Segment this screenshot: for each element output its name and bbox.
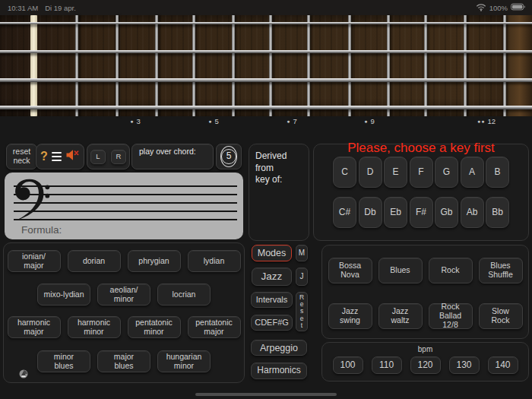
- battery-icon: [511, 3, 526, 12]
- rhythm-button-bossa-nova[interactable]: Bossa Nova: [328, 258, 372, 283]
- reset-neck-button[interactable]: reset neck: [6, 144, 37, 169]
- bpm-button-110[interactable]: 110: [372, 356, 402, 374]
- menu-icon[interactable]: [52, 152, 62, 162]
- fret-wire: [424, 15, 427, 116]
- fret-marker-row: ●3●5●7●9●●12: [0, 116, 532, 128]
- bass-string[interactable]: [0, 50, 532, 53]
- key-button-Fsharp[interactable]: F#: [410, 197, 433, 228]
- fret-wire: [387, 15, 390, 116]
- key-button-G[interactable]: G: [435, 157, 458, 188]
- m-button[interactable]: M: [296, 245, 308, 261]
- scale-button-hungarian-minor[interactable]: hungarian minor: [157, 350, 211, 372]
- key-button-Bb[interactable]: Bb: [486, 197, 509, 228]
- rhythm-button-blues[interactable]: Blues: [378, 258, 423, 283]
- scale-button-mixo-lydian[interactable]: mixo-lydian: [37, 283, 90, 306]
- bpm-button-130[interactable]: 130: [449, 356, 480, 374]
- scale-button-phrygian[interactable]: phrygian: [128, 250, 181, 272]
- fret-wire: [348, 15, 351, 116]
- intervals-button[interactable]: Intervals: [251, 292, 293, 308]
- key-button-D[interactable]: D: [359, 157, 382, 188]
- left-hand-button[interactable]: L: [90, 150, 106, 164]
- battery-percent: 100%: [489, 4, 508, 12]
- home-indicator[interactable]: [195, 393, 337, 396]
- fret-wire: [116, 15, 119, 116]
- bpm-button-140[interactable]: 140: [488, 356, 518, 374]
- key-button-B[interactable]: B: [486, 157, 509, 188]
- fret-marker-dot: ●●: [477, 119, 485, 124]
- key-button-Gb[interactable]: Gb: [435, 197, 458, 228]
- fretboard[interactable]: [0, 15, 532, 116]
- j-button[interactable]: J: [296, 268, 308, 286]
- rhythm-button-blues-shuffle[interactable]: Blues Shuffle: [479, 258, 523, 283]
- scale-button-locrian[interactable]: locrian: [157, 283, 211, 306]
- fret-wire: [269, 15, 272, 116]
- right-hand-button[interactable]: R: [111, 150, 126, 164]
- scale-row: minor bluesmajor blueshungarian minor: [4, 350, 244, 372]
- scale-button-lydian[interactable]: lydian: [188, 250, 241, 272]
- rhythm-button-jazz-swing[interactable]: Jazz swing: [328, 303, 372, 329]
- fret-marker-dot: ●: [287, 119, 290, 124]
- reset-button[interactable]: R e s e t: [296, 292, 308, 331]
- formula-label: Formula:: [21, 224, 62, 236]
- fret-marker-12: ●●12: [477, 117, 496, 125]
- bpm-button-100[interactable]: 100: [333, 356, 363, 374]
- play-over-chord-label: play over chord:: [139, 147, 196, 157]
- arpeggio-button[interactable]: Arpeggio: [251, 340, 307, 356]
- speaker-muted-icon[interactable]: [65, 149, 80, 164]
- rhythm-button-slow-rock[interactable]: Slow Rock: [479, 303, 523, 329]
- scale-row: mixo-lydianaeolian/ minorlocrian: [4, 283, 244, 306]
- fretboard-edge: [505, 15, 532, 116]
- bass-clef-icon: [12, 176, 52, 230]
- modes-tab-button[interactable]: Modes: [252, 245, 292, 261]
- chord-count-ring: 5: [220, 146, 237, 167]
- fret-marker-dot: ●: [130, 119, 134, 124]
- harmonics-button[interactable]: Harmonics: [251, 363, 307, 379]
- scale-button-aeolian-minor[interactable]: aeolian/ minor: [97, 283, 150, 306]
- choose-key-warning: Please, choose a key first: [314, 141, 528, 156]
- status-date: Di 19 apr.: [45, 4, 76, 12]
- fret-marker-3: ●3: [130, 117, 141, 125]
- status-right: 100%: [476, 3, 532, 13]
- wifi-icon: [476, 3, 486, 13]
- scale-button-harmonic-major[interactable]: harmonic major: [8, 316, 61, 338]
- play-over-chord-box[interactable]: play over chord:: [131, 144, 214, 169]
- scale-button-ionian-major[interactable]: ionian/ major: [8, 250, 61, 272]
- key-button-Csharp[interactable]: C#: [333, 197, 356, 228]
- nut: [30, 15, 37, 116]
- fret-marker-dot: ●: [364, 119, 368, 124]
- fret-marker-dot: ●: [208, 119, 212, 124]
- derived-key-panel: Derived from key of:: [249, 144, 309, 241]
- rhythm-button-jazz-waltz[interactable]: Jazz waltz: [378, 303, 423, 329]
- bass-string[interactable]: [0, 22, 532, 24]
- rhythm-button-rock[interactable]: Rock: [429, 258, 473, 283]
- bass-string[interactable]: [0, 78, 532, 82]
- scale-row: ionian/ majordorianphrygianlydian: [4, 250, 244, 272]
- key-button-Db[interactable]: Db: [359, 197, 382, 228]
- fret-marker-number: 5: [214, 117, 218, 125]
- rhythm-row: Bossa NovaBluesRockBlues Shuffle: [322, 258, 528, 283]
- scale-button-pentatonic-major[interactable]: pentatonic major: [188, 316, 241, 338]
- scale-button-major-blues[interactable]: major blues: [97, 350, 150, 372]
- chord-count-value: 5: [221, 149, 236, 164]
- scale-button-minor-blues[interactable]: minor blues: [37, 350, 90, 372]
- key-button-E[interactable]: E: [384, 157, 407, 188]
- fret-marker-7: ●7: [287, 117, 297, 125]
- rhythm-button-rock-ballad-12/8[interactable]: Rock Ballad 12/8: [429, 303, 473, 329]
- key-button-Ab[interactable]: Ab: [461, 197, 484, 228]
- scale-button-pentatonic-minor[interactable]: pentatonic minor: [128, 316, 181, 338]
- bass-string[interactable]: [0, 106, 532, 109]
- scale-button-harmonic-minor[interactable]: harmonic minor: [68, 316, 121, 338]
- key-button-F[interactable]: F: [410, 157, 433, 188]
- derived-key-label: Derived from key of:: [249, 144, 309, 186]
- bpm-row: 100110120130140: [322, 356, 528, 374]
- cdefg-button[interactable]: CDEF#G: [251, 315, 293, 331]
- scale-button-dorian[interactable]: dorian: [68, 250, 121, 272]
- chord-count-button[interactable]: 5: [216, 144, 242, 169]
- key-button-C[interactable]: C: [333, 157, 356, 188]
- key-button-A[interactable]: A: [461, 157, 484, 188]
- jazz-tab-button[interactable]: Jazz: [252, 268, 292, 286]
- help-icon[interactable]: ?: [40, 150, 48, 163]
- bpm-button-120[interactable]: 120: [410, 356, 441, 374]
- key-button-Eb[interactable]: Eb: [384, 197, 407, 228]
- panel-corner-icon[interactable]: [19, 368, 28, 377]
